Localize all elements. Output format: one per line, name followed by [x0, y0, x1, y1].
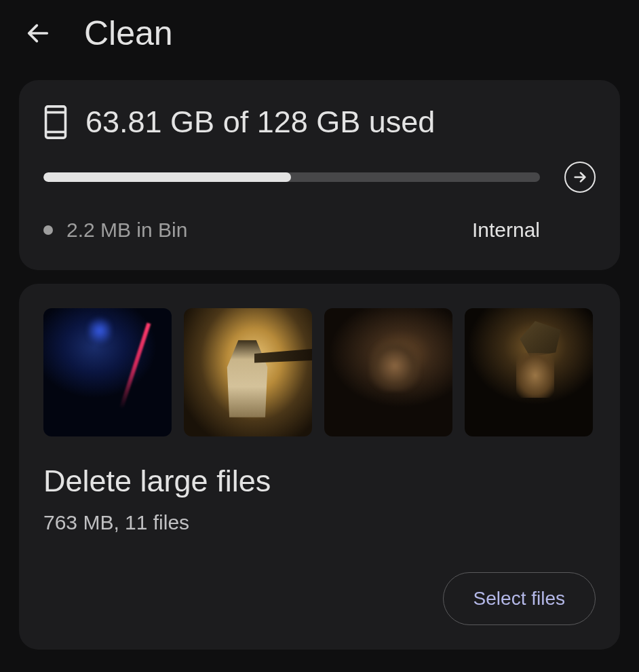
thumbnail-4[interactable]: [465, 308, 593, 436]
thumbnail-2[interactable]: [184, 308, 312, 436]
storage-location-label: Internal: [472, 219, 540, 242]
dot-icon: [43, 225, 53, 235]
thumbnail-3[interactable]: [324, 308, 452, 436]
storage-progress-bar: [43, 172, 540, 182]
select-files-button[interactable]: Select files: [443, 572, 596, 625]
storage-row: 63.81 GB of 128 GB used: [43, 105, 596, 140]
page-title: Clean: [84, 14, 173, 53]
large-files-title: Delete large files: [43, 464, 596, 499]
app-header: Clean: [0, 0, 639, 67]
storage-progress-fill: [43, 172, 291, 182]
storage-usage-text: 63.81 GB of 128 GB used: [85, 105, 435, 140]
arrow-left-icon: [24, 20, 52, 47]
phone-icon: [43, 105, 68, 140]
thumbnail-row: [43, 308, 596, 436]
bin-text: 2.2 MB in Bin: [66, 219, 187, 242]
back-button[interactable]: [19, 14, 57, 52]
storage-details-button[interactable]: [564, 162, 596, 193]
delete-large-files-card: Delete large files 763 MB, 11 files Sele…: [19, 284, 620, 650]
large-files-subtitle: 763 MB, 11 files: [43, 511, 596, 534]
progress-row: [43, 162, 596, 193]
thumbnail-1[interactable]: [43, 308, 172, 436]
storage-bottom-row: 2.2 MB in Bin Internal: [43, 219, 596, 242]
storage-summary-card[interactable]: 63.81 GB of 128 GB used 2.2 MB in Bin In…: [19, 80, 620, 270]
bin-info: 2.2 MB in Bin: [43, 219, 187, 242]
card-actions: Select files: [43, 572, 596, 625]
arrow-right-icon: [573, 170, 587, 185]
